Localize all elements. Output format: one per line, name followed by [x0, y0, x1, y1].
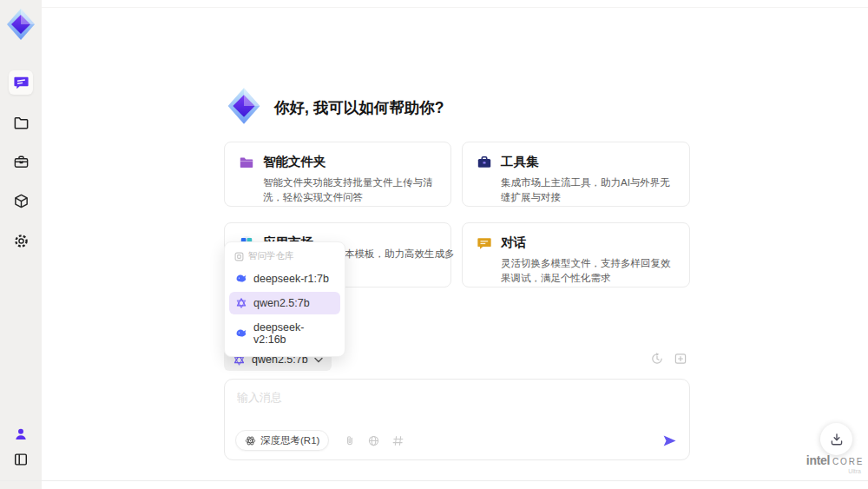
composer-toolbar: 深度思考(R1): [235, 430, 404, 451]
greeting-text: 你好, 我可以如何帮助你?: [274, 97, 444, 118]
attach-button[interactable]: [344, 434, 356, 447]
atom-icon: [245, 435, 256, 446]
chat-icon: [13, 75, 30, 91]
conversation-icon: [477, 235, 492, 251]
download-button[interactable]: [820, 423, 852, 455]
repository-icon: [234, 252, 244, 261]
sidebar: [0, 0, 42, 489]
card-desc: 灵活切换多模型文件，支持多样回复效果调试，满足个性化需求: [501, 256, 675, 287]
card-desc: 智能文件夹功能支持批量文件上传与清洗，轻松实现文件问答: [263, 175, 437, 206]
history-icon: [650, 352, 664, 366]
model-option-label: deepseek-r1:7b: [253, 273, 329, 285]
model-option-deepseek-r1[interactable]: deepseek-r1:7b: [229, 268, 340, 290]
sidebar-item-toolbox[interactable]: [9, 149, 33, 174]
sidebar-item-apps[interactable]: [9, 188, 33, 213]
deepseek-icon: [235, 327, 247, 340]
card-title: 智能文件夹: [263, 154, 326, 170]
bottom-divider: [0, 480, 868, 481]
card-title: 工具集: [501, 154, 539, 170]
intel-core-badge: intel CORE Ultra: [804, 453, 866, 474]
deep-think-label: 深度思考(R1): [260, 434, 319, 447]
history-button[interactable]: [650, 352, 664, 366]
person-icon: [13, 426, 29, 442]
card-desc: 集成市场上主流工具，助力AI与外界无缝扩展与对接: [501, 175, 675, 206]
sidebar-item-folders[interactable]: [9, 110, 33, 135]
send-icon: [661, 433, 678, 449]
chevron-down-icon: [314, 357, 323, 363]
model-option-qwen[interactable]: qwen2.5:7b: [229, 292, 340, 314]
deepseek-icon: [235, 273, 247, 285]
card-title: 对话: [501, 235, 526, 251]
card-smart-folder[interactable]: 智能文件夹 智能文件夹功能支持批量文件上传与清洗，轻松实现文件问答: [224, 142, 451, 207]
smart-folder-icon: [239, 155, 254, 170]
chat-actions: [650, 352, 687, 366]
prompt-library-button[interactable]: [391, 434, 404, 447]
app-window: 你好, 我可以如何帮助你? 智能文件夹 智能文件夹功能支持批量文件上传与清洗，轻…: [0, 0, 868, 489]
message-composer: 深度思考(R1): [224, 379, 690, 460]
ultra-label: Ultra: [804, 468, 866, 474]
send-button[interactable]: [661, 433, 678, 449]
cube-icon: [13, 193, 30, 209]
sidebar-item-account[interactable]: [9, 422, 33, 446]
deep-think-toggle[interactable]: 深度思考(R1): [235, 430, 329, 451]
panel-icon: [13, 452, 29, 467]
composer-tools: [344, 434, 404, 447]
card-desc: 本模板，助力高效生成多: [345, 248, 455, 261]
sidebar-item-collapse[interactable]: [9, 447, 33, 472]
greeting-logo: [224, 86, 264, 126]
model-option-label: deepseek-v2:16b: [253, 321, 334, 346]
model-repository-header: 智问学仓库: [229, 246, 340, 266]
briefcase-icon: [13, 154, 30, 170]
model-dropdown: 智问学仓库 deepseek-r1:7b qwen2.5:7b: [224, 241, 345, 357]
toolset-icon: [477, 155, 492, 170]
hashtag-icon: [391, 434, 404, 447]
gem-logo-icon: [3, 7, 38, 42]
core-wordmark: CORE: [832, 457, 864, 466]
new-chat-icon: [674, 352, 687, 366]
sidebar-item-settings[interactable]: [9, 228, 33, 253]
qwen-icon: [235, 297, 247, 309]
top-divider: [42, 7, 868, 8]
folder-icon: [13, 115, 30, 131]
model-option-deepseek-v2[interactable]: deepseek-v2:16b: [229, 316, 340, 351]
sidebar-item-chat[interactable]: [9, 70, 33, 95]
new-chat-button[interactable]: [674, 352, 687, 366]
paperclip-icon: [344, 434, 356, 447]
intel-wordmark: intel: [806, 453, 830, 467]
gear-icon: [13, 233, 30, 249]
app-logo[interactable]: [3, 7, 38, 42]
card-conversation[interactable]: 对话 灵活切换多模型文件，支持多样回复效果调试，满足个性化需求: [462, 222, 690, 287]
model-option-label: qwen2.5:7b: [253, 297, 310, 309]
message-input[interactable]: [237, 388, 567, 406]
card-toolset[interactable]: 工具集 集成市场上主流工具，助力AI与外界无缝扩展与对接: [462, 142, 690, 207]
web-access-button[interactable]: [367, 434, 380, 447]
download-icon: [829, 432, 845, 447]
globe-icon: [367, 434, 380, 447]
